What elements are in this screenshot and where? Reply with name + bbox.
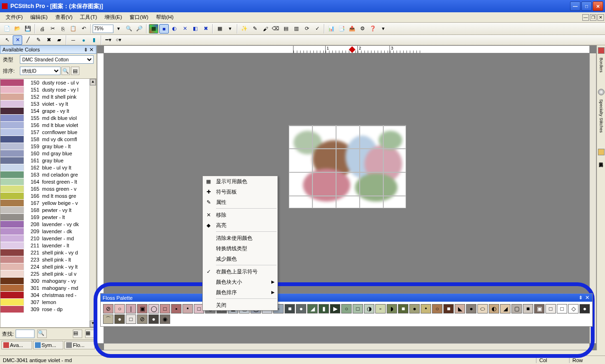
pointer-icon[interactable]: ↖ xyxy=(2,35,12,45)
zoom-select[interactable] xyxy=(93,25,113,33)
borders-icon[interactable] xyxy=(598,47,605,54)
list-view-icon[interactable]: ▤ xyxy=(73,330,82,338)
floss-chip[interactable]: □ xyxy=(353,304,363,313)
rotate-icon[interactable]: ⟳ xyxy=(302,24,311,34)
floss-chip[interactable]: ■ xyxy=(443,304,454,313)
context-menu-item[interactable]: ✚符号面板 xyxy=(203,186,277,197)
color-row[interactable]: 156md lt blue violet xyxy=(0,121,96,128)
more-icon[interactable]: ━▾ xyxy=(104,35,113,45)
color-row[interactable]: 151dusty rose - vy l xyxy=(0,86,96,93)
specialty-icon[interactable] xyxy=(598,89,605,95)
wand-icon[interactable]: ✨ xyxy=(240,24,249,34)
floss-chip[interactable]: ◑ xyxy=(364,304,374,313)
pin-icon[interactable]: ⇟ xyxy=(83,47,88,53)
circle-icon[interactable]: ● xyxy=(79,35,88,45)
menu-file[interactable]: 文件(F) xyxy=(2,13,26,22)
color-row[interactable]: 223shell pink - lt xyxy=(0,256,96,263)
backstitch-icon[interactable]: ╱ xyxy=(23,35,33,45)
color-row[interactable]: 152md lt shell pink xyxy=(0,93,96,100)
grid-toggle-icon[interactable]: ▦ xyxy=(215,24,225,34)
scrollbar-horizontal[interactable] xyxy=(104,343,589,350)
floss-chip[interactable]: ○ xyxy=(341,304,352,313)
three-quarter-icon[interactable]: ◧ xyxy=(190,24,200,34)
full-stitch-icon[interactable]: ■ xyxy=(159,24,169,34)
color-row[interactable]: 300mahogany - vy xyxy=(0,277,96,284)
floss-chip[interactable]: ◗ xyxy=(387,304,397,313)
menu-tools[interactable]: 工具(T) xyxy=(76,13,101,22)
fill-icon[interactable]: ▰ xyxy=(54,35,64,45)
brush-icon[interactable]: 🖌 xyxy=(260,24,270,34)
menu-window[interactable]: 窗口(W) xyxy=(126,13,152,22)
color-row[interactable]: 301mahogany - md xyxy=(0,284,96,291)
color-row[interactable]: 150dusty rose - ul v xyxy=(0,79,96,86)
floss-close-icon[interactable]: ✕ xyxy=(584,295,590,301)
cut-icon[interactable]: ✂ xyxy=(48,24,57,34)
borders-label[interactable]: Borders xyxy=(599,58,604,73)
color-row[interactable]: 169pewter - lt xyxy=(0,213,96,220)
menu-enhance[interactable]: 增强(E) xyxy=(101,13,126,22)
mdi-restore-button[interactable]: ❐ xyxy=(590,14,596,21)
line-icon[interactable]: ─ xyxy=(69,35,78,45)
floss-chip[interactable]: □ xyxy=(160,304,170,313)
floss-chip[interactable]: ▢ xyxy=(511,304,522,313)
mdi-minimize-button[interactable]: — xyxy=(582,14,589,21)
cross-icon[interactable]: ✖ xyxy=(201,24,210,34)
floss-chip[interactable]: ◉ xyxy=(160,314,170,324)
help-icon[interactable]: ❓ xyxy=(368,24,378,34)
scrollbar[interactable]: ▲ ▼ xyxy=(89,79,96,327)
color-row[interactable]: 164forest green - lt xyxy=(0,178,96,185)
floss-chip[interactable]: • xyxy=(182,304,193,313)
color-row[interactable]: 161gray blue xyxy=(0,157,96,164)
floss-chip[interactable]: ● xyxy=(466,304,476,313)
context-menu-item[interactable]: ✓在颜色上显示符号 xyxy=(203,266,277,277)
floss-chip[interactable]: □ xyxy=(545,304,556,313)
zoom-out-icon[interactable]: 🔎 xyxy=(135,24,144,34)
color-row[interactable]: 309rose - dp xyxy=(0,305,96,313)
color-row[interactable]: 210lavender - md xyxy=(0,235,96,242)
settings-icon[interactable]: ⚙ xyxy=(358,24,367,34)
floss-chip[interactable]: □ xyxy=(557,304,567,313)
print-icon[interactable]: 🖨 xyxy=(37,24,47,34)
grid-view-icon[interactable]: ▦ xyxy=(85,330,95,338)
search-icon[interactable]: 🔍 xyxy=(61,67,70,75)
context-menu-item[interactable]: ✎属性 xyxy=(203,197,277,207)
context-menu-item[interactable]: ✕移除 xyxy=(203,210,277,220)
menu-help[interactable]: 帮助(H) xyxy=(152,13,177,22)
color-row[interactable]: 221shell pink - vy d xyxy=(0,249,96,256)
sort-select[interactable]: 绣线ID xyxy=(20,67,60,75)
color-row[interactable]: 307lemon xyxy=(0,298,96,305)
paste-icon[interactable]: 📋 xyxy=(69,24,78,34)
floss-chip[interactable]: ● xyxy=(409,304,420,313)
floss-chip[interactable]: ■ xyxy=(523,304,533,313)
find-go-button[interactable]: 🔍 xyxy=(37,330,47,338)
tab-symbols[interactable]: Sym... xyxy=(33,341,64,349)
floss-chip[interactable]: ○ xyxy=(114,304,125,313)
floss-chip[interactable]: ● xyxy=(114,314,125,324)
mdi-close-button[interactable]: ✕ xyxy=(597,14,604,21)
floss-chip[interactable]: ◢ xyxy=(307,304,318,313)
erase-icon[interactable]: ✖ xyxy=(44,35,53,45)
save-icon[interactable]: 💾 xyxy=(23,24,33,34)
floss-chip[interactable]: ◐ xyxy=(489,304,499,313)
color-row[interactable]: 211lavender - lt xyxy=(0,242,96,249)
minimize-button[interactable]: — xyxy=(570,1,580,11)
color-row[interactable]: 208lavender - vy dk xyxy=(0,220,96,228)
type-select[interactable]: DMC Stranded Cotton xyxy=(20,55,94,64)
context-menu-item[interactable]: 关闭 xyxy=(203,300,277,310)
color-row[interactable]: 165moss green - v xyxy=(0,185,96,192)
color-row[interactable]: 160md gray blue xyxy=(0,150,96,157)
color-list[interactable]: 150dusty rose - ul v151dusty rose - vy l… xyxy=(0,78,96,328)
find-input[interactable] xyxy=(16,330,35,338)
color-row[interactable]: 163md celadon gre xyxy=(0,171,96,178)
tab-available[interactable]: Ava... xyxy=(1,341,32,349)
floss-chip[interactable]: ● xyxy=(579,304,590,313)
color-row[interactable]: 224shell pink - vy lt xyxy=(0,263,96,270)
floss-chip[interactable]: ⊘ xyxy=(103,304,113,313)
floss-chip[interactable]: ▫ xyxy=(375,304,386,313)
context-menu-item[interactable]: ▦显示可用颜色 xyxy=(203,176,277,186)
page-icon[interactable]: ▥ xyxy=(292,24,301,34)
report-icon[interactable]: 📑 xyxy=(337,24,346,34)
floss-chip[interactable]: ⬭ xyxy=(477,304,488,313)
maximize-button[interactable]: □ xyxy=(581,1,592,11)
check-icon[interactable]: ✓ xyxy=(312,24,322,34)
